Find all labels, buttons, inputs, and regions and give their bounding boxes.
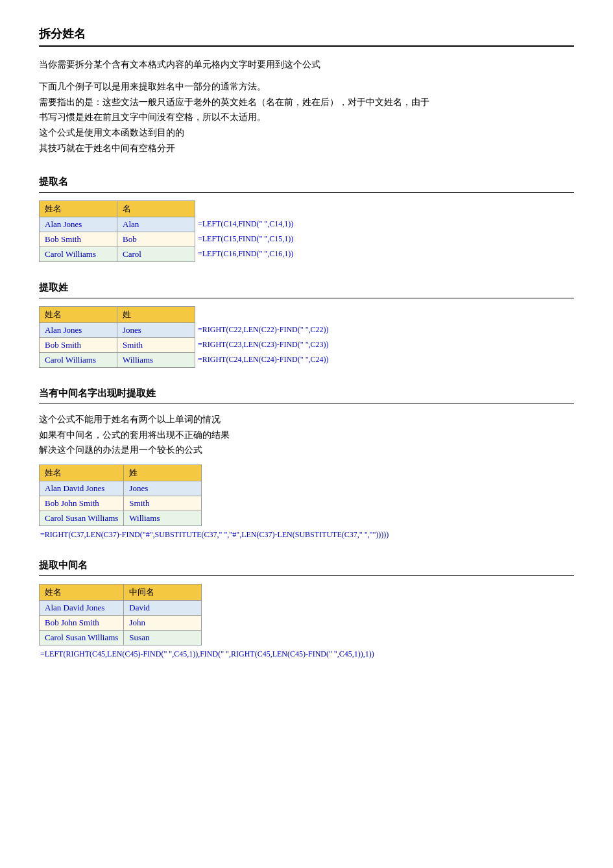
page-title: 拆分姓名 [39,26,574,42]
section1-divider [39,192,574,193]
section2-table: 姓名 姓 Alan Jones Jones =RIGHT(C22,LEN(C22… [39,306,335,368]
s3-r1-result: Jones [124,481,202,496]
s3-r3-result: Williams [124,511,202,526]
s1-r1-name: Alan Jones [40,217,117,232]
section4-col2-header: 中间名 [124,585,202,601]
s1-r3-name: Carol Williams [40,247,117,261]
s3-intro-line-1: 这个公式不能用于姓名有两个以上单词的情况 [39,412,574,428]
s2-r1-result: Jones [117,322,195,337]
table-row: Bob Smith Smith =RIGHT(C23,LEN(C23)-FIND… [40,337,335,352]
intro-line-1: 下面几个例子可以是用来提取姓名中一部分的通常方法。 [39,79,574,95]
intro-line-5: 其技巧就在于姓名中间有空格分开 [39,141,574,156]
table-row: Carol Williams Williams =RIGHT(C24,LEN(C… [40,352,335,367]
s3-r2-result: Smith [124,496,202,511]
section-middle-name-last: 当有中间名字出现时提取姓 这个公式不能用于姓名有两个以上单词的情况 如果有中间名… [39,387,574,540]
table-row: Bob Smith Bob =LEFT(C15,FIND(" ",C15,1)) [40,232,299,247]
title-divider [39,45,574,47]
table-row: Carol Susan Williams Williams [40,511,202,526]
s1-r3-result: Carol [117,247,195,261]
s2-r2-result: Smith [117,337,195,352]
section3-title: 当有中间名字出现时提取姓 [39,387,574,400]
section4-header-row: 姓名 中间名 [40,585,202,601]
s2-r2-formula: =RIGHT(C23,LEN(C23)-FIND(" ",C23)) [195,337,335,352]
section-extract-last-name: 提取姓 姓名 姓 Alan Jones Jones =RIGHT(C22,LEN… [39,282,574,368]
section3-header-row: 姓名 姓 [40,465,202,481]
s4-r3-result: Susan [124,631,202,645]
s3-r1-name: Alan David Jones [40,481,124,496]
s4-r2-result: John [124,616,202,631]
section1-col2-header: 名 [117,200,195,217]
section4-col1-header: 姓名 [40,585,124,601]
s2-r3-name: Carol Williams [40,352,117,367]
s1-r2-name: Bob Smith [40,232,117,247]
s1-r1-result: Alan [117,217,195,232]
s3-intro-line-3: 解决这个问题的办法是用一个较长的公式 [39,442,574,458]
section2-col2-header: 姓 [117,306,195,322]
s2-r2-name: Bob Smith [40,337,117,352]
table-row: Alan Jones Jones =RIGHT(C22,LEN(C22)-FIN… [40,322,335,337]
section3-divider [39,404,574,404]
table-row: Bob John Smith Smith [40,496,202,511]
section2-title: 提取姓 [39,282,574,294]
section1-header-row: 姓名 名 [40,200,299,217]
s3-r2-name: Bob John Smith [40,496,124,511]
s3-r3-name: Carol Susan Williams [40,511,124,526]
s4-r1-result: David [124,601,202,616]
intro-section: 当你需要拆分某个含有文本格式内容的单元格内文字时要用到这个公式 下面几个例子可以… [39,57,574,156]
section2-header-row: 姓名 姓 [40,306,335,322]
table-row: Alan Jones Alan =LEFT(C14,FIND(" ",C14,1… [40,217,299,232]
intro-paragraph-1: 当你需要拆分某个含有文本格式内容的单元格内文字时要用到这个公式 [39,57,574,73]
section1-title: 提取名 [39,176,574,188]
table-row: Alan David Jones Jones [40,481,202,496]
section4-title: 提取中间名 [39,559,574,572]
s4-r2-name: Bob John Smith [40,616,124,631]
s2-r3-result: Williams [117,352,195,367]
page-title-section: 拆分姓名 [39,26,574,47]
section3-formula: =RIGHT(C37,LEN(C37)-FIND("#",SUBSTITUTE(… [40,530,574,540]
section3-col1-header: 姓名 [40,465,124,481]
table-row: Bob John Smith John [40,616,202,631]
section4-formula: =LEFT(RIGHT(C45,LEN(C45)-FIND(" ",C45,1)… [40,649,574,659]
section1-table: 姓名 名 Alan Jones Alan =LEFT(C14,FIND(" ",… [39,200,299,262]
section-extract-first-name: 提取名 姓名 名 Alan Jones Alan =LEFT(C14,FIND(… [39,176,574,262]
s4-r3-name: Carol Susan Williams [40,631,124,645]
section3-col2-header: 姓 [124,465,202,481]
s1-r3-formula: =LEFT(C16,FIND(" ",C16,1)) [195,247,299,261]
section2-divider [39,298,574,298]
section2-col1-header: 姓名 [40,306,117,322]
section1-col1-header: 姓名 [40,200,117,217]
s2-r3-formula: =RIGHT(C24,LEN(C24)-FIND(" ",C24)) [195,352,335,367]
table-row: Carol Williams Carol =LEFT(C16,FIND(" ",… [40,247,299,261]
section3-table: 姓名 姓 Alan David Jones Jones Bob John Smi… [39,464,202,526]
table-row: Alan David Jones David [40,601,202,616]
section3-intro: 这个公式不能用于姓名有两个以上单词的情况 如果有中间名，公式的套用将出现不正确的… [39,412,574,458]
s1-r1-formula: =LEFT(C14,FIND(" ",C14,1)) [195,217,299,232]
section4-table: 姓名 中间名 Alan David Jones David Bob John S… [39,584,202,645]
s4-r1-name: Alan David Jones [40,601,124,616]
section4-divider [39,575,574,576]
table-row: Carol Susan Williams Susan [40,631,202,645]
s1-r2-formula: =LEFT(C15,FIND(" ",C15,1)) [195,232,299,247]
s3-intro-line-2: 如果有中间名，公式的套用将出现不正确的结果 [39,428,574,443]
intro-paragraph-2: 下面几个例子可以是用来提取姓名中一部分的通常方法。 需要指出的是：这些文法一般只… [39,79,574,156]
s2-r1-formula: =RIGHT(C22,LEN(C22)-FIND(" ",C22)) [195,322,335,337]
intro-line-2: 需要指出的是：这些文法一般只适应于老外的英文姓名（名在前，姓在后），对于中文姓名… [39,95,574,110]
s2-r1-name: Alan Jones [40,322,117,337]
intro-line-3: 书写习惯是姓在前且文字中间没有空格，所以不太适用。 [39,110,574,125]
s1-r2-result: Bob [117,232,195,247]
intro-line-4: 这个公式是使用文本函数达到目的的 [39,125,574,141]
section-extract-middle-name: 提取中间名 姓名 中间名 Alan David Jones David Bob … [39,559,574,659]
